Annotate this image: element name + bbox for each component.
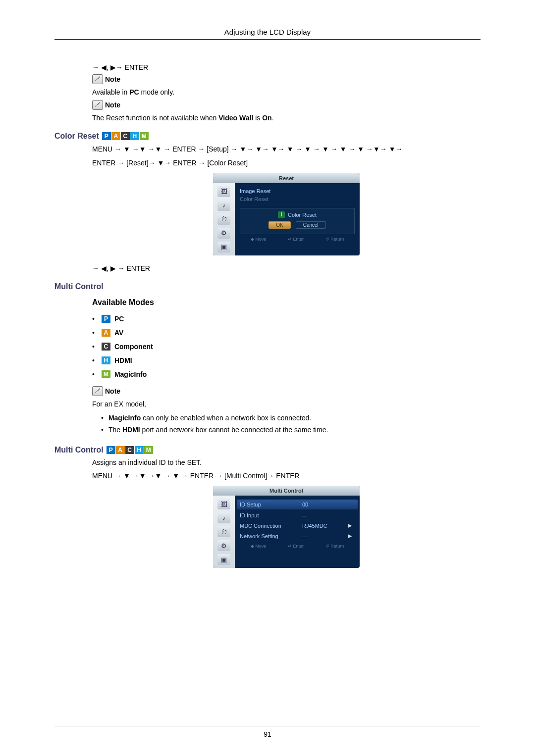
section-title-color-reset: Color Reset P A C H M xyxy=(54,132,481,141)
mode-badge-m: M xyxy=(102,370,110,378)
mode-badge-a: A xyxy=(102,329,110,337)
side-icon-clock: ⏱ xyxy=(217,214,230,225)
osd-row-sep: : xyxy=(294,533,302,539)
note-lead-text: For an EX model, xyxy=(92,400,481,408)
side-icon-setup: ⚙ xyxy=(217,228,230,239)
osd-row[interactable]: ID Input:-- xyxy=(240,510,355,520)
osd-footer-move: ◆ Move xyxy=(251,237,267,242)
osd-footer-enter: ↵ Enter xyxy=(288,544,304,549)
note-label: Note xyxy=(105,387,120,395)
osd-row-value: -- xyxy=(302,512,355,518)
menu-path-line-1: MENU → ▼ →▼ →▼ → ENTER → [Setup] → ▼→ ▼→… xyxy=(92,144,481,155)
mode-label: MagicInfo xyxy=(114,370,147,378)
nav-arrow-enter-2: → ◀, ▶ → ENTER xyxy=(92,264,481,272)
osd-row[interactable]: ID Setup:00 xyxy=(237,500,358,509)
osd-footer-enter: ↵ Enter xyxy=(288,237,304,242)
side-icon-multi: ▣ xyxy=(217,242,230,252)
badge-h: H xyxy=(135,446,144,454)
page-number: 91 xyxy=(0,730,535,738)
osd-row-label: ID Input xyxy=(240,512,294,518)
note-label: Note xyxy=(105,75,120,83)
osd-cancel-button[interactable]: Cancel xyxy=(296,221,326,229)
mode-label: AV xyxy=(114,329,123,337)
mode-badge-h: H xyxy=(102,356,110,364)
side-icon-clock: ⏱ xyxy=(217,526,230,537)
osd-row-value: RJ45MDC xyxy=(302,523,348,529)
subheading-available-modes: Available Modes xyxy=(92,298,481,307)
mode-item: MMagicInfo xyxy=(92,367,481,381)
info-icon: i xyxy=(278,211,285,218)
osd-row-sep: : xyxy=(294,502,302,507)
section-title-multi-control-2: Multi Control P A C H M xyxy=(54,446,481,454)
badge-h: H xyxy=(130,132,139,140)
note-label: Note xyxy=(105,101,120,109)
note-text-2: The Reset function is not available when… xyxy=(92,114,481,122)
osd-confirm-title-text: Color Reset xyxy=(288,212,317,218)
note-icon xyxy=(92,100,103,110)
note-text-1: Available in PC mode only. Available in … xyxy=(92,88,481,96)
footer-rule xyxy=(54,726,481,726)
osd-row-label: ID Setup xyxy=(240,502,294,507)
osd-row-label: Network Setting xyxy=(240,533,294,539)
osd-row-sep: : xyxy=(294,512,302,518)
badge-c: C xyxy=(125,446,134,454)
menu-path-line-2: ENTER → [Reset]→ ▼→ ENTER → [Color Reset… xyxy=(92,157,481,169)
badge-a: A xyxy=(116,446,125,454)
badge-m: M xyxy=(140,132,149,140)
mode-item: PPC xyxy=(92,312,481,326)
osd-side-icons: 🖼 ♪ ⏱ ⚙ ▣ xyxy=(213,496,235,568)
page-header-title: Adjusting the LCD Display xyxy=(54,28,481,40)
note-bullet: The HDMI port and network box cannot be … xyxy=(92,424,481,436)
menu-path-multi-control: MENU → ▼ →▼ →▼ → ▼ → ENTER → [Multi Cont… xyxy=(92,470,481,482)
osd-row-value: -- xyxy=(302,533,348,539)
badge-m: M xyxy=(144,446,153,454)
note-bullets: MagicInfo can only be enabled when a net… xyxy=(92,412,481,436)
badge-p: P xyxy=(102,132,111,140)
side-icon-picture: 🖼 xyxy=(217,499,230,509)
osd-title: Multi Control xyxy=(213,486,360,496)
badge-a: A xyxy=(111,132,120,140)
osd-row-label: MDC Connection xyxy=(240,523,294,529)
chevron-right-icon: ▶ xyxy=(348,522,355,529)
osd-item-color-reset[interactable]: Color Reset xyxy=(240,195,355,203)
mode-item: CComponent xyxy=(92,340,481,353)
note-icon xyxy=(92,386,103,396)
osd-row-value: 00 xyxy=(302,502,355,507)
mode-badge-c: C xyxy=(102,343,110,351)
side-icon-sound: ♪ xyxy=(217,200,230,211)
note-bullet: MagicInfo can only be enabled when a net… xyxy=(92,412,481,424)
note-icon xyxy=(92,74,103,84)
osd-row[interactable]: MDC Connection:RJ45MDC▶ xyxy=(240,520,355,531)
mode-label: PC xyxy=(114,315,124,323)
osd-row-sep: : xyxy=(294,523,302,529)
osd-row[interactable]: Network Setting:--▶ xyxy=(240,531,355,541)
osd-footer-move: ◆ Move xyxy=(251,544,267,549)
mode-item: AAV xyxy=(92,326,481,340)
chevron-right-icon: ▶ xyxy=(348,533,355,539)
mode-badges: P A C H M xyxy=(107,446,153,454)
section-title-multi-control: Multi Control xyxy=(54,282,481,291)
osd-footer-return: ↺ Return xyxy=(325,237,344,242)
osd-footer-return: ↺ Return xyxy=(325,544,344,549)
nav-arrow-enter-1: → ◀, ▶→ ENTER xyxy=(92,63,481,71)
badge-c: C xyxy=(121,132,130,140)
osd-panel-reset: Reset 🖼 ♪ ⏱ ⚙ ▣ Image Reset Color Reset … xyxy=(213,173,360,255)
mode-label: Component xyxy=(114,343,153,351)
mode-label: HDMI xyxy=(114,356,132,364)
osd-side-icons: 🖼 ♪ ⏱ ⚙ ▣ xyxy=(213,183,235,255)
mode-badge-p: P xyxy=(102,315,110,323)
multi-control-desc: Assigns an individual ID to the SET. xyxy=(92,458,481,466)
osd-item-image-reset[interactable]: Image Reset xyxy=(240,187,355,195)
osd-confirm-dialog: i Color Reset OK Cancel xyxy=(240,208,355,234)
side-icon-sound: ♪ xyxy=(217,512,230,523)
available-modes-list: PPCAAVCComponentHHDMIMMagicInfo xyxy=(92,312,481,381)
side-icon-picture: 🖼 xyxy=(217,186,230,197)
side-icon-setup: ⚙ xyxy=(217,540,230,551)
mode-badges: P A C H M xyxy=(102,132,149,140)
badge-p: P xyxy=(107,446,115,454)
side-icon-multi: ▣ xyxy=(217,554,230,565)
mode-item: HHDMI xyxy=(92,353,481,367)
osd-ok-button[interactable]: OK xyxy=(268,221,290,229)
osd-title: Reset xyxy=(213,173,360,183)
osd-panel-multi-control: Multi Control 🖼 ♪ ⏱ ⚙ ▣ ID Setup:00ID In… xyxy=(213,486,360,568)
